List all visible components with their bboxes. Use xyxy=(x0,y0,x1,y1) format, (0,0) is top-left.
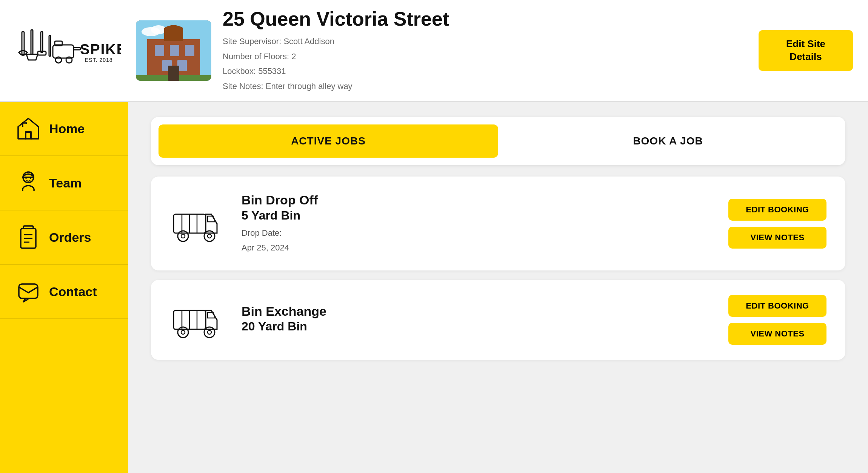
svg-point-37 xyxy=(178,231,188,241)
site-supervisor: Site Supervisor: Scott Addison xyxy=(223,34,743,49)
sidebar-item-contact[interactable]: Contact xyxy=(0,265,128,319)
site-image xyxy=(136,20,211,81)
job-2-notes-button[interactable]: VIEW NOTES xyxy=(728,323,826,345)
tab-book-a-job[interactable]: BOOK A JOB xyxy=(498,124,838,158)
svg-text:EST. 2018: EST. 2018 xyxy=(85,57,113,63)
svg-rect-16 xyxy=(155,45,164,56)
svg-point-40 xyxy=(208,234,211,238)
svg-rect-18 xyxy=(185,45,194,56)
svg-point-38 xyxy=(181,234,185,238)
svg-point-39 xyxy=(204,231,215,241)
job-2-actions: EDIT BOOKING VIEW NOTES xyxy=(728,295,826,345)
svg-rect-24 xyxy=(26,132,31,139)
job-1-type: Bin Drop Off xyxy=(242,192,728,208)
svg-rect-2 xyxy=(41,32,43,52)
job-1-drop-label: Drop Date: xyxy=(242,228,282,238)
job-2-edit-button[interactable]: EDIT BOOKING xyxy=(728,295,826,317)
main-content: ACTIVE JOBS BOOK A JOB xyxy=(128,102,868,473)
svg-point-14 xyxy=(151,25,166,34)
job-2-info: Bin Exchange 20 Yard Bin xyxy=(242,303,728,336)
job-1-edit-button[interactable]: EDIT BOOKING xyxy=(728,199,826,221)
bin-truck-icon-2 xyxy=(170,299,223,341)
site-name: 25 Queen Victoria Street xyxy=(223,8,743,30)
header: SPIKE EST. 2018 xyxy=(0,0,868,102)
svg-point-27 xyxy=(30,177,31,179)
job-1-size: 5 Yard Bin xyxy=(242,209,728,223)
orders-icon xyxy=(15,224,42,250)
bin-truck-icon-1 xyxy=(170,203,223,244)
svg-point-48 xyxy=(208,330,211,334)
svg-rect-32 xyxy=(19,284,38,298)
tabs-container: ACTIVE JOBS BOOK A JOB xyxy=(151,117,845,165)
team-icon xyxy=(15,170,42,196)
site-details: 25 Queen Victoria Street Site Supervisor… xyxy=(223,8,759,94)
job-1-meta: Drop Date: Apr 25, 2024 xyxy=(242,226,728,255)
svg-point-26 xyxy=(25,177,27,179)
job-2-size: 20 Yard Bin xyxy=(242,319,728,333)
contact-label: Contact xyxy=(49,284,97,299)
svg-point-45 xyxy=(178,327,188,338)
svg-rect-9 xyxy=(74,48,80,50)
site-floors: Number of Floors: 2 xyxy=(223,49,743,64)
svg-rect-21 xyxy=(164,28,183,41)
main-layout: Home Team xyxy=(0,102,868,473)
svg-rect-4 xyxy=(49,35,51,56)
team-label: Team xyxy=(49,176,82,190)
orders-label: Orders xyxy=(49,230,91,245)
spike-logo: SPIKE EST. 2018 xyxy=(15,24,121,77)
site-lockbox: Lockbox: 555331 xyxy=(223,64,743,79)
contact-icon xyxy=(15,278,42,305)
job-card-2: Bin Exchange 20 Yard Bin EDIT BOOKING VI… xyxy=(151,280,845,360)
tab-active-jobs[interactable]: ACTIVE JOBS xyxy=(159,124,498,158)
site-meta: Site Supervisor: Scott Addison Number of… xyxy=(223,34,743,94)
site-notes: Site Notes: Enter through alley way xyxy=(223,79,743,94)
sidebar: Home Team xyxy=(0,102,128,473)
job-card-1: Bin Drop Off 5 Yard Bin Drop Date: Apr 2… xyxy=(151,177,845,270)
svg-point-47 xyxy=(204,327,215,338)
sidebar-item-team[interactable]: Team xyxy=(0,156,128,210)
svg-rect-17 xyxy=(170,45,179,56)
job-2-type: Bin Exchange xyxy=(242,303,728,319)
sidebar-item-orders[interactable]: Orders xyxy=(0,210,128,265)
svg-rect-23 xyxy=(168,66,179,81)
svg-text:SPIKE: SPIKE xyxy=(80,41,121,57)
edit-site-button[interactable]: Edit SiteDetails xyxy=(759,30,853,71)
svg-rect-5 xyxy=(53,45,74,58)
job-1-info: Bin Drop Off 5 Yard Bin Drop Date: Apr 2… xyxy=(242,192,728,255)
svg-rect-1 xyxy=(31,30,33,54)
job-1-notes-button[interactable]: VIEW NOTES xyxy=(728,227,826,249)
job-1-drop-date: Apr 25, 2024 xyxy=(242,243,289,252)
sidebar-item-home[interactable]: Home xyxy=(0,102,128,156)
home-label: Home xyxy=(49,121,85,136)
job-1-actions: EDIT BOOKING VIEW NOTES xyxy=(728,199,826,249)
svg-rect-3 xyxy=(38,51,46,55)
home-icon xyxy=(15,115,42,142)
logo-area: SPIKE EST. 2018 xyxy=(15,24,136,77)
svg-point-46 xyxy=(181,330,185,334)
